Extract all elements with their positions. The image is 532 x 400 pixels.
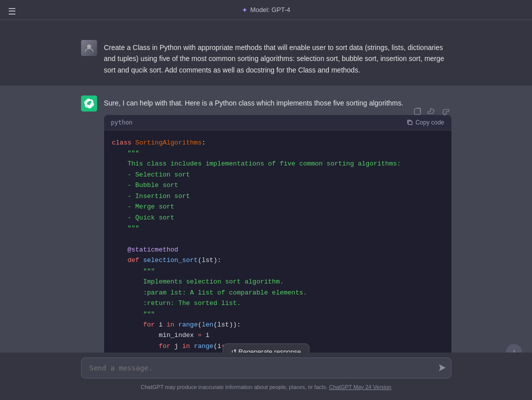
- ai-avatar: [81, 96, 97, 112]
- copy-code-label: Copy code: [415, 119, 444, 126]
- user-message-row: Create a Class in Python with appropriat…: [0, 30, 532, 86]
- user-avatar-image: [81, 40, 97, 56]
- copy-code-button[interactable]: Copy code: [406, 119, 444, 126]
- thumbs-down-button[interactable]: [439, 106, 451, 119]
- model-name: Model: GPT-4: [250, 6, 290, 14]
- code-header: python Copy code: [104, 115, 451, 130]
- user-message-inner: Create a Class in Python with appropriat…: [81, 40, 451, 76]
- thumbs-up-button[interactable]: [425, 106, 437, 119]
- send-button[interactable]: [438, 364, 446, 374]
- user-avatar: [81, 40, 97, 56]
- footer-note: ChatGPT may produce inaccurate informati…: [141, 384, 391, 390]
- bottom-bar: ChatGPT may produce inaccurate informati…: [0, 352, 532, 400]
- ai-message-text: Sure, I can help with that. Here is a Py…: [104, 96, 451, 108]
- chat-input[interactable]: [81, 358, 451, 378]
- code-language: python: [111, 119, 133, 126]
- main-content: Create a Class in Python with appropriat…: [0, 20, 532, 400]
- footer-link[interactable]: ChatGPT May 24 Version: [329, 384, 391, 390]
- sparkle-icon: ✦: [242, 6, 248, 14]
- svg-rect-1: [408, 121, 412, 124]
- sidebar-toggle-button[interactable]: ☰: [6, 4, 18, 19]
- message-actions: [411, 106, 451, 119]
- input-wrap: [81, 358, 451, 380]
- copy-message-button[interactable]: [411, 106, 423, 119]
- svg-point-0: [87, 44, 91, 48]
- topbar: ☰ ✦ Model: GPT-4: [0, 0, 532, 20]
- model-label: ✦ Model: GPT-4: [242, 6, 290, 14]
- user-message-text: Create a Class in Python with appropriat…: [104, 40, 451, 76]
